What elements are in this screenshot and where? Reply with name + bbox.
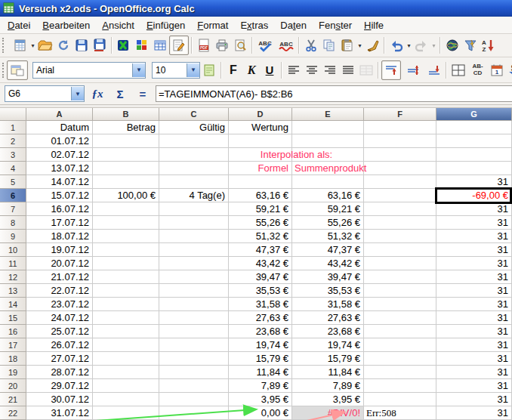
column-header-A[interactable]: A — [26, 108, 93, 121]
hyperlink-globe-icon[interactable] — [443, 36, 461, 54]
cell-G8[interactable]: 31 — [436, 216, 512, 230]
autofilter-icon[interactable] — [461, 36, 480, 54]
cell-E20[interactable]: 7,89 € — [292, 379, 364, 393]
cell-F18[interactable] — [364, 352, 436, 366]
cell-G22[interactable]: 31 — [436, 406, 512, 420]
cell-G15[interactable]: 31 — [436, 311, 512, 325]
cell-D3[interactable]: Interpolation als: — [229, 148, 292, 162]
new-document-icon[interactable] — [11, 36, 29, 54]
cell-G4[interactable] — [436, 162, 512, 175]
cell-G1[interactable] — [436, 121, 512, 134]
cell-F20[interactable] — [364, 379, 436, 393]
cell-C22[interactable] — [159, 406, 229, 420]
cell-A18[interactable]: 27.07.12 — [26, 352, 93, 366]
align-center-icon[interactable] — [303, 61, 321, 79]
format-currency-icon[interactable]: $% — [506, 61, 512, 79]
cell-D6[interactable]: 63,16 € — [229, 189, 292, 202]
cell-D16[interactable]: 23,68 € — [229, 325, 292, 338]
cell-A13[interactable]: 22.07.12 — [26, 284, 93, 298]
cell-D11[interactable]: 43,42 € — [229, 257, 292, 270]
menu-item-fenster[interactable]: Fenster — [313, 18, 358, 32]
page-preview-icon[interactable] — [231, 36, 249, 54]
menu-item-einfügen[interactable]: Einfügen — [140, 18, 191, 32]
menu-item-hilfe[interactable]: Hilfe — [358, 18, 390, 32]
cell-F2[interactable] — [364, 134, 436, 148]
cell-C4[interactable] — [159, 162, 229, 175]
cell-B1[interactable]: Betrag — [93, 121, 159, 134]
cell-E17[interactable]: 19,74 € — [292, 338, 364, 352]
edit-file-icon[interactable] — [169, 36, 189, 55]
cell-E1[interactable] — [292, 121, 364, 134]
cell-C21[interactable] — [159, 393, 229, 406]
row-header-15[interactable]: 15 — [0, 311, 26, 325]
row-header-2[interactable]: 2 — [0, 134, 26, 148]
cell-B8[interactable] — [93, 216, 159, 230]
function-wizard-icon[interactable]: ƒx — [88, 85, 107, 102]
cell-B4[interactable] — [93, 162, 159, 175]
cell-E19[interactable]: 11,84 € — [292, 366, 364, 379]
row-header-5[interactable]: 5 — [0, 175, 26, 189]
cell-C7[interactable] — [159, 202, 229, 216]
cell-C1[interactable]: Gültig — [159, 121, 229, 134]
cell-B20[interactable] — [93, 379, 159, 393]
cell-C9[interactable] — [159, 230, 229, 243]
cell-F17[interactable] — [364, 338, 436, 352]
cell-C14[interactable] — [159, 298, 229, 311]
auto-spellcheck-icon[interactable]: ABC — [276, 36, 296, 54]
spellcheck-icon[interactable]: ABC — [255, 36, 276, 54]
cell-G20[interactable]: 31 — [436, 379, 512, 393]
format-date-icon[interactable]: 1 — [488, 61, 506, 79]
cell-A17[interactable]: 26.07.12 — [26, 338, 93, 352]
sum-icon[interactable]: Σ — [110, 85, 130, 102]
cell-F15[interactable] — [364, 311, 436, 325]
cell-D12[interactable]: 39,47 € — [229, 270, 292, 284]
cell-A21[interactable]: 30.07.12 — [26, 393, 93, 406]
cell-F11[interactable] — [364, 257, 436, 270]
cell-G18[interactable]: 31 — [436, 352, 512, 366]
row-header-21[interactable]: 21 — [0, 393, 26, 406]
cell-D2[interactable] — [229, 134, 292, 148]
cell-B22[interactable] — [93, 406, 159, 420]
column-header-B[interactable]: B — [93, 108, 159, 121]
cell-F7[interactable] — [364, 202, 436, 216]
row-header-12[interactable]: 12 — [0, 270, 26, 284]
row-header-1[interactable]: 1 — [0, 121, 26, 134]
cell-E14[interactable]: 31,58 € — [292, 298, 364, 311]
cell-G19[interactable]: 31 — [436, 366, 512, 379]
align-top-icon[interactable] — [381, 60, 401, 80]
row-header-13[interactable]: 13 — [0, 284, 26, 298]
align-center-vertical-icon[interactable] — [404, 61, 422, 79]
cell-E15[interactable]: 27,63 € — [292, 311, 364, 325]
cell-E16[interactable]: 23,68 € — [292, 325, 364, 338]
font-name-dropdown-icon[interactable]: ▼ — [132, 63, 145, 77]
font-size-dropdown-icon[interactable]: ▼ — [187, 63, 199, 77]
cell-E5[interactable] — [292, 175, 364, 189]
cell-B21[interactable] — [93, 393, 159, 406]
open-icon[interactable] — [36, 36, 54, 54]
cell-G9[interactable]: 31 — [436, 230, 512, 243]
row-header-22[interactable]: 22 — [0, 406, 26, 420]
cell-C19[interactable] — [159, 366, 229, 379]
cell-C17[interactable] — [159, 338, 229, 352]
name-box[interactable]: G6 ▼ — [5, 85, 85, 102]
row-header-19[interactable]: 19 — [0, 366, 26, 379]
column-header-F[interactable]: F — [364, 108, 436, 121]
save-icon[interactable] — [72, 36, 91, 54]
borders-icon[interactable] — [449, 61, 467, 79]
insert-table-icon[interactable] — [151, 36, 169, 54]
cell-G2[interactable] — [436, 134, 512, 148]
cell-B2[interactable] — [93, 134, 159, 148]
cell-A1[interactable]: Datum — [26, 121, 93, 134]
cell-F19[interactable] — [364, 366, 436, 379]
save-as-icon[interactable] — [91, 36, 109, 54]
cell-A8[interactable]: 17.07.12 — [26, 216, 93, 230]
cell-E18[interactable]: 15,79 € — [292, 352, 364, 366]
cell-D19[interactable]: 11,84 € — [229, 366, 292, 379]
row-header-7[interactable]: 7 — [0, 202, 26, 216]
menu-item-ansicht[interactable]: Ansicht — [96, 18, 140, 32]
cell-G12[interactable]: 31 — [436, 270, 512, 284]
cell-A10[interactable]: 19.07.12 — [26, 243, 93, 257]
cell-E4[interactable]: Summenprodukt — [292, 162, 364, 175]
cell-F10[interactable] — [364, 243, 436, 257]
cell-E22[interactable]: #DIV/0! — [292, 406, 364, 420]
